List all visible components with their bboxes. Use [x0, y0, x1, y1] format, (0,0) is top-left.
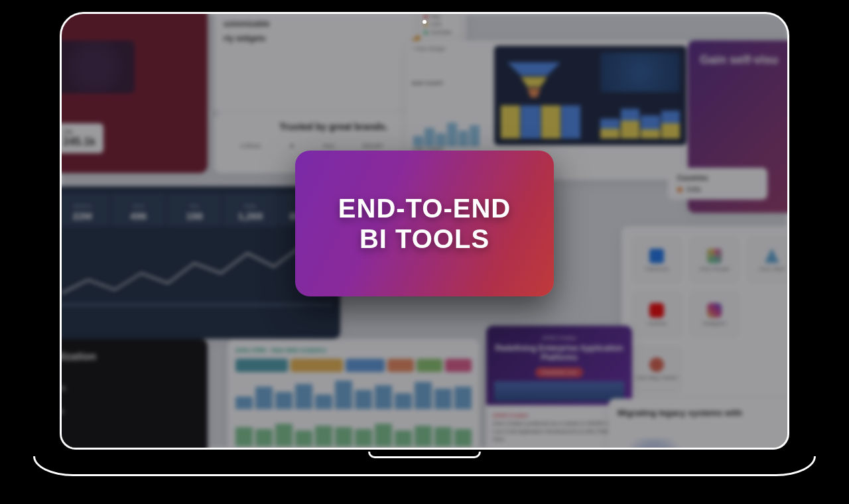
laptop-screen: 1% 245.1k ustomizable rty widgets Italy … — [60, 12, 789, 450]
hero-badge: END-TO-END BI TOOLS — [295, 151, 554, 296]
hero-title: END-TO-END BI TOOLS — [338, 193, 511, 254]
hero-line2: BI TOOLS — [359, 224, 490, 253]
laptop-base — [33, 456, 816, 476]
paper-plane-icon — [608, 449, 624, 450]
laptop-frame: 1% 245.1k ustomizable rty widgets Italy … — [60, 12, 789, 476]
hero-line1: END-TO-END — [338, 194, 511, 223]
camera-icon — [423, 20, 426, 24]
